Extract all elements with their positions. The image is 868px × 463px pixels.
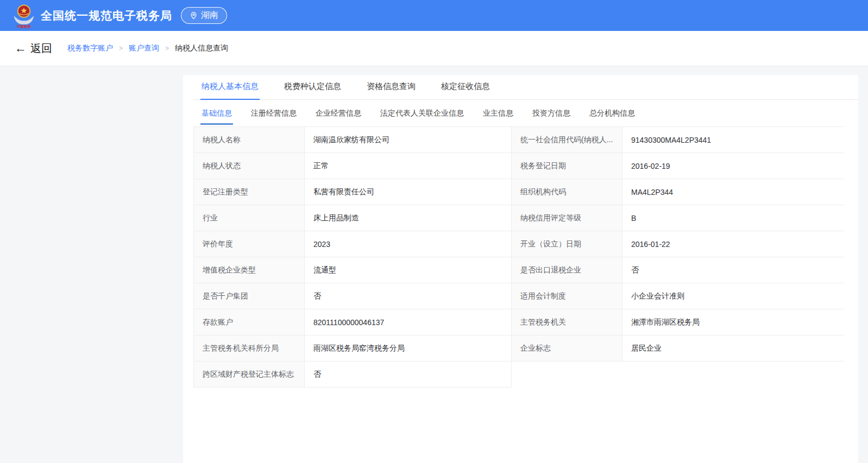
field-value: 2016-02-19 — [622, 153, 844, 179]
field-label: 适用会计制度 — [512, 283, 622, 309]
breadcrumb-bar: ← 返回 税务数字账户>账户查询>纳税人信息查询 — [0, 31, 868, 66]
field-value: 雨湖区税务局窑湾税务分局 — [305, 335, 512, 361]
field-label: 税务登记日期 — [512, 153, 622, 179]
field-value: 否 — [305, 283, 512, 309]
empty-cell — [512, 361, 622, 388]
field-label: 统一社会信用代码(纳税人... — [512, 127, 622, 153]
field-label: 跨区域财产税登记主体标志 — [194, 361, 305, 388]
table-row: 纳税人名称湖南温欣家纺有限公司统一社会信用代码(纳税人...91430300MA… — [194, 127, 844, 153]
sub-tab[interactable]: 法定代表人关联企业信息 — [379, 107, 465, 125]
field-label: 纳税信用评定等级 — [512, 205, 622, 231]
sub-tab-active[interactable]: 基础信息 — [200, 107, 233, 125]
field-label: 开业（设立）日期 — [512, 231, 622, 257]
arrow-left-icon: ← — [15, 42, 27, 54]
svg-text:中国税务: 中国税务 — [17, 24, 32, 28]
sub-tab[interactable]: 投资方信息 — [531, 107, 571, 125]
field-value: 否 — [622, 257, 844, 283]
field-value: 82011100000046137 — [305, 309, 512, 335]
field-label: 纳税人名称 — [194, 127, 305, 153]
field-value: 否 — [305, 361, 512, 388]
page-body: 纳税人基本信息税费种认定信息资格信息查询核定征收信息 基础信息注册经营信息企业经… — [0, 66, 868, 463]
field-value: MA4L2P344 — [622, 179, 844, 205]
field-label: 存款账户 — [194, 309, 305, 335]
tax-emblem-logo: 中国税务 — [13, 3, 35, 28]
field-value: 2023 — [305, 231, 512, 257]
main-tab-active[interactable]: 纳税人基本信息 — [200, 81, 260, 100]
app-title: 全国统一规范电子税务局 — [41, 8, 172, 23]
sub-tabs: 基础信息注册经营信息企业经营信息法定代表人关联企业信息业主信息投资方信息总分机构… — [193, 100, 858, 125]
location-pin-icon — [190, 11, 198, 20]
field-value: 私营有限责任公司 — [305, 179, 512, 205]
breadcrumb-current: 纳税人信息查询 — [175, 43, 228, 53]
sub-tab[interactable]: 总分机构信息 — [588, 107, 636, 125]
table-row: 是否千户集团否适用会计制度小企业会计准则 — [194, 283, 844, 309]
breadcrumb: 税务数字账户>账户查询>纳税人信息查询 — [67, 43, 228, 53]
field-label: 是否出口退税企业 — [512, 257, 622, 283]
main-tabs: 纳税人基本信息税费种认定信息资格信息查询核定征收信息 — [193, 75, 858, 100]
table-row: 评价年度2023开业（设立）日期2016-01-22 — [194, 231, 844, 257]
region-label: 湖南 — [201, 10, 218, 21]
field-label: 纳税人状态 — [194, 153, 305, 179]
field-label: 评价年度 — [194, 231, 305, 257]
main-tab[interactable]: 核定征收信息 — [440, 81, 491, 100]
field-value: 正常 — [305, 153, 512, 179]
field-label: 企业标志 — [512, 335, 622, 361]
back-label: 返回 — [30, 41, 52, 56]
field-value: 2016-01-22 — [622, 231, 844, 257]
field-value: 流通型 — [305, 257, 512, 283]
table-row: 主管税务机关科所分局雨湖区税务局窑湾税务分局企业标志居民企业 — [194, 335, 844, 361]
table-row: 登记注册类型私营有限责任公司组织机构代码MA4L2P344 — [194, 179, 844, 205]
field-label: 登记注册类型 — [194, 179, 305, 205]
field-label: 主管税务机关 — [512, 309, 622, 335]
table-row: 纳税人状态正常税务登记日期2016-02-19 — [194, 153, 844, 179]
sub-tab[interactable]: 企业经营信息 — [315, 107, 362, 125]
field-label: 组织机构代码 — [512, 179, 622, 205]
empty-cell — [622, 361, 844, 388]
sub-tab[interactable]: 业主信息 — [482, 107, 514, 125]
breadcrumb-link[interactable]: 账户查询 — [129, 43, 159, 53]
breadcrumb-separator: > — [165, 45, 169, 52]
region-badge[interactable]: 湖南 — [181, 7, 227, 24]
field-label: 增值税企业类型 — [194, 257, 305, 283]
left-gutter — [0, 66, 183, 463]
table-row: 存款账户82011100000046137主管税务机关湘潭市雨湖区税务局 — [194, 309, 844, 335]
table-row: 跨区域财产税登记主体标志否 — [194, 361, 844, 388]
field-value: 91430300MA4L2P3441 — [622, 127, 844, 153]
field-value: 湖南温欣家纺有限公司 — [305, 127, 512, 153]
breadcrumb-link[interactable]: 税务数字账户 — [67, 43, 113, 53]
main-tab[interactable]: 资格信息查询 — [366, 81, 417, 100]
field-value: B — [622, 205, 844, 231]
taxpayer-info-table: 纳税人名称湖南温欣家纺有限公司统一社会信用代码(纳税人...91430300MA… — [193, 126, 844, 388]
back-button[interactable]: ← 返回 — [15, 41, 52, 56]
field-label: 行业 — [194, 205, 305, 231]
field-value: 小企业会计准则 — [622, 283, 844, 309]
table-row: 增值税企业类型流通型是否出口退税企业否 — [194, 257, 844, 283]
field-label: 主管税务机关科所分局 — [194, 335, 305, 361]
content-card: 纳税人基本信息税费种认定信息资格信息查询核定征收信息 基础信息注册经营信息企业经… — [183, 75, 858, 463]
table-row: 行业床上用品制造纳税信用评定等级B — [194, 205, 844, 231]
field-label: 是否千户集团 — [194, 283, 305, 309]
main-tab[interactable]: 税费种认定信息 — [283, 81, 342, 100]
breadcrumb-separator: > — [119, 45, 123, 52]
sub-tab[interactable]: 注册经营信息 — [250, 107, 298, 125]
app-header: 中国税务 全国统一规范电子税务局 湖南 — [0, 0, 868, 31]
field-value: 床上用品制造 — [305, 205, 512, 231]
field-value: 居民企业 — [622, 335, 844, 361]
field-value: 湘潭市雨湖区税务局 — [622, 309, 844, 335]
taxpayer-info-table-body: 纳税人名称湖南温欣家纺有限公司统一社会信用代码(纳税人...91430300MA… — [194, 127, 844, 388]
